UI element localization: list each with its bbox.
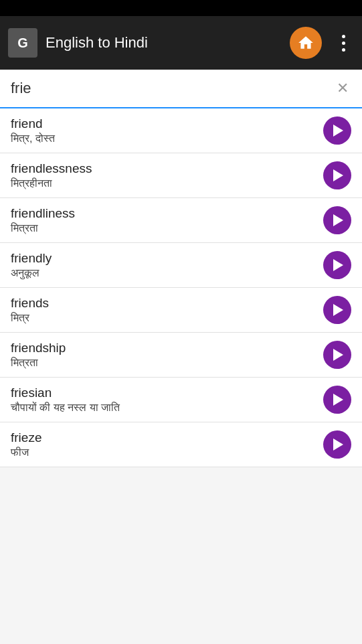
word-english: frieze xyxy=(11,430,318,445)
play-button[interactable] xyxy=(323,116,351,145)
play-button[interactable] xyxy=(323,161,351,189)
play-button[interactable] xyxy=(323,296,351,324)
word-hindi: चौपायों की यह नस्ल या जाति xyxy=(11,402,318,414)
word-content: friendlessnessमित्रहीनता xyxy=(11,161,318,189)
menu-dot-3 xyxy=(342,48,345,52)
word-content: friesianचौपायों की यह नस्ल या जाति xyxy=(11,386,318,414)
app-header: G English to Hindi xyxy=(0,16,362,70)
play-icon xyxy=(333,349,343,361)
play-icon xyxy=(333,394,343,406)
play-button[interactable] xyxy=(323,341,351,369)
word-hindi: मित्रहीनता xyxy=(11,177,318,189)
word-content: friezeफीज xyxy=(11,430,318,459)
menu-dot-2 xyxy=(342,42,345,45)
word-hindi: फीज xyxy=(11,447,318,459)
word-content: friendsमित्र xyxy=(11,296,318,324)
word-english: friend xyxy=(11,116,318,131)
list-item: friezeफीज xyxy=(0,422,362,467)
list-item: friendमित्र, दोस्त xyxy=(0,108,362,153)
word-hindi: मित्रता xyxy=(11,222,318,234)
menu-button[interactable] xyxy=(333,32,354,54)
home-button[interactable] xyxy=(290,27,322,59)
list-item: friendlyअनुकूल xyxy=(0,243,362,288)
word-english: friendlessness xyxy=(11,161,318,176)
word-content: friendमित्र, दोस्त xyxy=(11,116,318,145)
word-content: friendlyअनुकूल xyxy=(11,251,318,279)
play-button[interactable] xyxy=(323,386,351,414)
status-bar xyxy=(0,0,362,16)
word-english: friendship xyxy=(11,341,318,355)
word-english: friends xyxy=(11,296,318,311)
word-list: friendमित्र, दोस्तfriendlessnessमित्रहीन… xyxy=(0,108,362,467)
word-english: friendliness xyxy=(11,206,318,221)
home-icon xyxy=(297,34,314,52)
word-hindi: मित्र, दोस्त xyxy=(11,133,318,145)
list-item: friendlinessमित्रता xyxy=(0,198,362,243)
search-bar: ✕ xyxy=(0,70,362,108)
play-icon xyxy=(333,214,343,226)
app-logo: G xyxy=(8,28,37,58)
play-icon xyxy=(333,259,343,271)
list-item: friendsमित्र xyxy=(0,288,362,333)
play-button[interactable] xyxy=(323,206,351,234)
word-english: friesian xyxy=(11,386,318,400)
word-hindi: मित्र xyxy=(11,312,318,324)
play-button[interactable] xyxy=(323,430,351,459)
play-icon xyxy=(333,169,343,181)
word-content: friendlinessमित्रता xyxy=(11,206,318,234)
clear-button[interactable]: ✕ xyxy=(334,78,351,98)
word-content: friendshipमित्रता xyxy=(11,341,318,369)
word-english: friendly xyxy=(11,251,318,266)
list-item: friendshipमित्रता xyxy=(0,333,362,378)
play-icon xyxy=(333,438,343,451)
word-hindi: अनुकूल xyxy=(11,267,318,279)
list-item: friesianचौपायों की यह नस्ल या जाति xyxy=(0,378,362,422)
play-icon xyxy=(333,304,343,316)
play-icon xyxy=(333,125,343,137)
list-item: friendlessnessमित्रहीनता xyxy=(0,153,362,198)
menu-dot-1 xyxy=(342,35,345,38)
word-hindi: मित्रता xyxy=(11,357,318,369)
app-title: English to Hindi xyxy=(46,34,282,52)
search-input[interactable] xyxy=(11,80,334,97)
play-button[interactable] xyxy=(323,251,351,279)
